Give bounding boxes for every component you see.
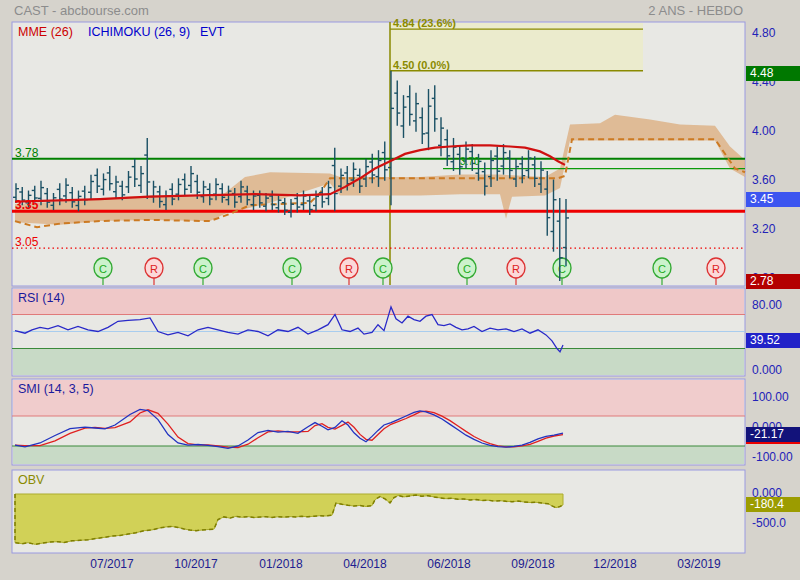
date-axis-label: 03/2019 [669, 557, 729, 571]
date-axis-label: 12/2018 [585, 557, 645, 571]
rsi-panel-label: RSI (14) [18, 291, 65, 305]
rsi-overbought-zone [13, 289, 744, 315]
indicator-axis-label: -100.00 [752, 450, 793, 464]
indicator-badge: 39.52 [746, 333, 800, 348]
legend-mme[interactable]: MME (26) [18, 25, 73, 39]
evt-signal-letter: C [199, 263, 207, 275]
smi-panel-label: SMI (14, 3, 5) [18, 382, 94, 396]
smi-lower-zone [13, 446, 744, 464]
date-axis-label: 01/2018 [251, 557, 311, 571]
date-axis-label: 09/2018 [503, 557, 563, 571]
chart-application-window: CAST - abcbourse.com 2 ANS - HEBDO CRCCR… [0, 0, 800, 580]
price-badge: 2.78 [746, 274, 800, 289]
indicator-axis-label: -500.0 [752, 516, 786, 530]
price-badge: 4.48 [746, 66, 800, 81]
price-axis-label: 4.80 [752, 26, 775, 40]
fibonacci-label: 4.50 (0.0%) [393, 59, 450, 71]
chart-canvas-container: CRCCRCCRCCR [0, 0, 800, 580]
evt-signal-letter: C [658, 263, 666, 275]
date-axis-label: 10/2017 [166, 557, 226, 571]
date-axis-label: 06/2018 [419, 557, 479, 571]
evt-signal-letter: C [463, 263, 471, 275]
evt-signal-letter: C [288, 263, 296, 275]
price-axis-label: 3.60 [752, 173, 775, 187]
smi-upper-zone [13, 380, 744, 416]
evt-signal-letter: C [99, 263, 107, 275]
date-axis-label: 07/2017 [82, 557, 142, 571]
legend-ichimoku[interactable]: ICHIMOKU (26, 9) [88, 25, 190, 39]
indicator-axis-label: 80.00 [752, 298, 782, 312]
price-badge: 3.45 [746, 192, 800, 207]
legend-evt[interactable]: EVT [200, 25, 224, 39]
evt-signal-letter: R [712, 263, 720, 275]
price-axis-label: 4.00 [752, 124, 775, 138]
obv-panel-label: OBV [18, 473, 44, 487]
level-label-3.35: 3.35 [15, 198, 38, 212]
evt-signal-letter: R [345, 263, 353, 275]
indicator-badge: -21.17 [746, 427, 800, 442]
fibonacci-label: 4.84 (23.6%) [393, 17, 456, 29]
indicator-axis-label: 100.00 [752, 390, 789, 404]
evt-signal-letter: C [379, 263, 387, 275]
level-label-3.70: 3.70 [460, 156, 479, 167]
date-axis-label: 04/2018 [335, 557, 395, 571]
level-label-3.05: 3.05 [15, 235, 38, 249]
evt-signal-letter: R [150, 263, 158, 275]
chart-canvas: CRCCRCCRCCR [0, 0, 800, 580]
price-axis-label: 3.20 [752, 222, 775, 236]
level-label-3.78: 3.78 [15, 146, 38, 160]
indicator-axis-label: 0.000 [752, 363, 782, 377]
rsi-oversold-zone [13, 349, 744, 376]
indicator-badge: -180.4 [746, 497, 800, 512]
smi-badge-underline [746, 442, 800, 444]
evt-signal-letter: R [512, 263, 520, 275]
